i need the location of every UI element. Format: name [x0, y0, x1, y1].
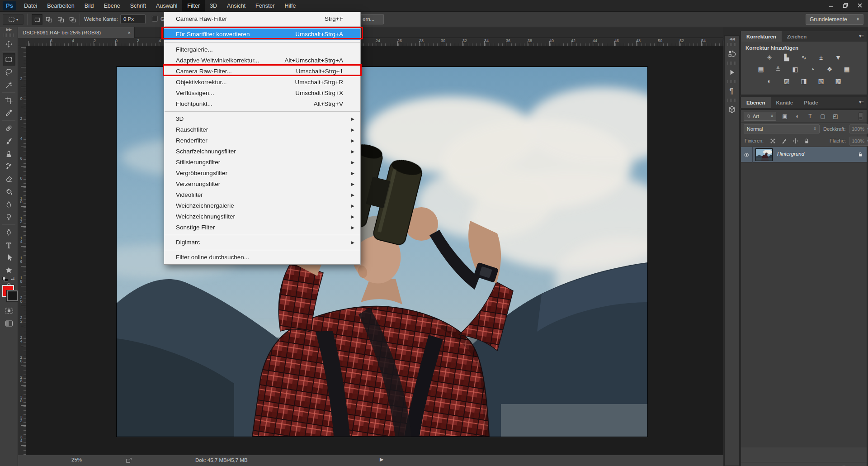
- crop-tool[interactable]: [3, 94, 15, 106]
- threshold-icon[interactable]: ◨: [798, 76, 809, 86]
- layer-row-hintergrund[interactable]: Hintergrund: [741, 147, 867, 162]
- tab-kanaele[interactable]: Kanäle: [771, 97, 799, 108]
- pen-tool[interactable]: [3, 226, 15, 238]
- menu-item-fluchtpunkt-[interactable]: Fluchtpunkt...Alt+Strg+V: [164, 99, 360, 109]
- link-layers-icon[interactable]: [772, 464, 781, 466]
- hue-saturation-icon[interactable]: ▤: [755, 64, 766, 74]
- close-tab-icon[interactable]: ×: [127, 27, 131, 38]
- layer-filter-type-dropdown[interactable]: Art ⇕: [744, 112, 776, 121]
- menubar-item-filter[interactable]: Filter: [182, 0, 205, 12]
- spot-healing-brush-tool[interactable]: [3, 122, 15, 134]
- color-balance-icon[interactable]: ≜: [773, 64, 783, 74]
- new-selection-button[interactable]: [32, 14, 42, 25]
- new-group-icon[interactable]: [826, 464, 835, 466]
- panel-menu-icon[interactable]: ▾≡: [859, 100, 864, 105]
- add-to-selection-button[interactable]: [43, 14, 54, 25]
- shape-layers-filter-icon[interactable]: ▢: [818, 112, 828, 121]
- channel-mixer-icon[interactable]: ❖: [824, 64, 835, 74]
- menu-item-filtergalerie-[interactable]: Filtergalerie...: [164, 44, 360, 55]
- move-tool[interactable]: [3, 38, 15, 50]
- blend-mode-dropdown[interactable]: Normal ⇕: [744, 124, 820, 133]
- collapse-toolbar-icon[interactable]: ▶▶: [0, 27, 18, 33]
- panel-grip[interactable]: [727, 43, 736, 46]
- panel-grip[interactable]: [727, 80, 736, 83]
- panel-menu-icon[interactable]: ▾≡: [859, 33, 864, 38]
- rectangular-marquee-tool[interactable]: [3, 53, 15, 66]
- workspace-switcher[interactable]: Grundelemente ⇕: [806, 14, 863, 25]
- brightness-contrast-icon[interactable]: ☀: [764, 52, 775, 62]
- menubar-item-schrift[interactable]: Schrift: [125, 0, 151, 12]
- exposure-icon[interactable]: ±: [816, 52, 826, 62]
- image-layers-filter-icon[interactable]: ▣: [780, 112, 790, 121]
- eraser-tool[interactable]: [3, 173, 15, 185]
- tab-ebenen[interactable]: Ebenen: [741, 97, 771, 108]
- menubar-item-ebene[interactable]: Ebene: [99, 0, 125, 12]
- menubar-item-bearbeiten[interactable]: Bearbeiten: [42, 0, 79, 12]
- selective-color-icon[interactable]: ▩: [833, 76, 844, 86]
- background-color-swatch[interactable]: [7, 290, 18, 301]
- fill-value[interactable]: 100%▾: [849, 137, 868, 146]
- layer-visibility-toggle[interactable]: [741, 147, 753, 162]
- screen-mode-icon[interactable]: [3, 319, 15, 328]
- menu-item-stilisierungsfilter[interactable]: Stilisierungsfilter▶: [164, 157, 360, 168]
- paint-bucket-tool[interactable]: [3, 185, 15, 198]
- vibrance-icon[interactable]: ▼: [833, 52, 844, 62]
- menubar-item-bild[interactable]: Bild: [80, 0, 99, 12]
- tab-pfade[interactable]: Pfade: [798, 97, 823, 108]
- photo-filter-icon[interactable]: ◔: [807, 64, 818, 74]
- menu-item-weichzeichnergalerie[interactable]: Weichzeichnergalerie▶: [164, 200, 360, 211]
- paragraph-panel-icon[interactable]: ¶: [726, 85, 738, 97]
- tool-preset-picker[interactable]: ▾: [3, 14, 24, 25]
- eyedropper-tool[interactable]: [3, 107, 15, 119]
- swap-colors-icon[interactable]: ⇄: [11, 276, 14, 281]
- custom-shape-tool[interactable]: [3, 264, 15, 276]
- lock-paint-icon[interactable]: [780, 137, 788, 144]
- restore-button[interactable]: [839, 1, 852, 10]
- menu-item-3d[interactable]: 3D▶: [164, 114, 360, 124]
- smart-object-layers-filter-icon[interactable]: ◰: [830, 112, 840, 121]
- layer-name[interactable]: Hintergrund: [777, 151, 804, 157]
- menubar-item-3d[interactable]: 3D: [205, 0, 222, 12]
- type-layers-filter-icon[interactable]: T: [805, 112, 815, 121]
- menubar-item-auswahl[interactable]: Auswahl: [151, 0, 182, 12]
- opacity-value[interactable]: 100%▾: [849, 124, 868, 133]
- menu-item-vergröberungsfilter[interactable]: Vergröberungsfilter▶: [164, 168, 360, 179]
- menubar-item-ansicht[interactable]: Ansicht: [222, 0, 250, 12]
- close-button[interactable]: [854, 1, 866, 10]
- menu-item-für-smartfilter-konvertieren[interactable]: Für Smartfilter konvertierenUmschalt+Str…: [164, 29, 360, 40]
- brush-tool[interactable]: [3, 135, 15, 147]
- lasso-tool[interactable]: [3, 66, 15, 78]
- horizontal-ruler[interactable]: 6420246810121416182022242628303234363840…: [26, 38, 723, 46]
- new-adjustment-layer-icon[interactable]: [812, 464, 821, 466]
- menu-item-sonstige-filter[interactable]: Sonstige Filter▶: [164, 222, 360, 233]
- vertical-ruler[interactable]: 202468101214161820222426283032343638: [18, 46, 26, 455]
- menu-item-weichzeichnungsfilter[interactable]: Weichzeichnungsfilter▶: [164, 211, 360, 222]
- layer-mask-icon[interactable]: [799, 464, 808, 466]
- status-options-arrow-icon[interactable]: ▶: [380, 456, 383, 462]
- history-brush-tool[interactable]: [3, 160, 15, 172]
- menubar-item-datei[interactable]: Datei: [19, 0, 42, 12]
- quick-mask-icon[interactable]: [3, 306, 15, 316]
- menubar-item-fenster[interactable]: Fenster: [250, 0, 279, 12]
- clone-stamp-tool[interactable]: [3, 147, 15, 160]
- lock-all-icon[interactable]: [803, 137, 810, 144]
- type-tool[interactable]: [3, 239, 15, 251]
- adjustment-layers-filter-icon[interactable]: ◐: [793, 112, 802, 121]
- panel-grip[interactable]: [727, 62, 736, 65]
- menu-item-adaptive-weitwinkelkorrektur-[interactable]: Adaptive Weitwinkelkorrektur...Alt+Umsch…: [164, 55, 360, 66]
- levels-icon[interactable]: ▙: [781, 52, 792, 62]
- share-export-icon[interactable]: [126, 457, 132, 464]
- zoom-level-field[interactable]: 25%: [71, 457, 82, 462]
- new-layer-icon[interactable]: [840, 464, 849, 466]
- lock-move-icon[interactable]: [792, 137, 799, 144]
- lock-transparency-icon[interactable]: [769, 137, 776, 144]
- actions-panel-icon[interactable]: [726, 67, 738, 78]
- menu-item-videofilter[interactable]: Videofilter▶: [164, 190, 360, 200]
- menu-item-filter-online-durchsuchen-[interactable]: Filter online durchsuchen...: [164, 252, 360, 263]
- magic-wand-tool[interactable]: [3, 79, 15, 91]
- curves-icon[interactable]: ∿: [798, 52, 809, 62]
- refine-edge-button-partial[interactable]: ern...: [360, 14, 384, 24]
- canvas-workspace[interactable]: [26, 46, 723, 455]
- path-selection-tool[interactable]: [3, 252, 15, 264]
- menu-item-rauschfilter[interactable]: Rauschfilter▶: [164, 124, 360, 135]
